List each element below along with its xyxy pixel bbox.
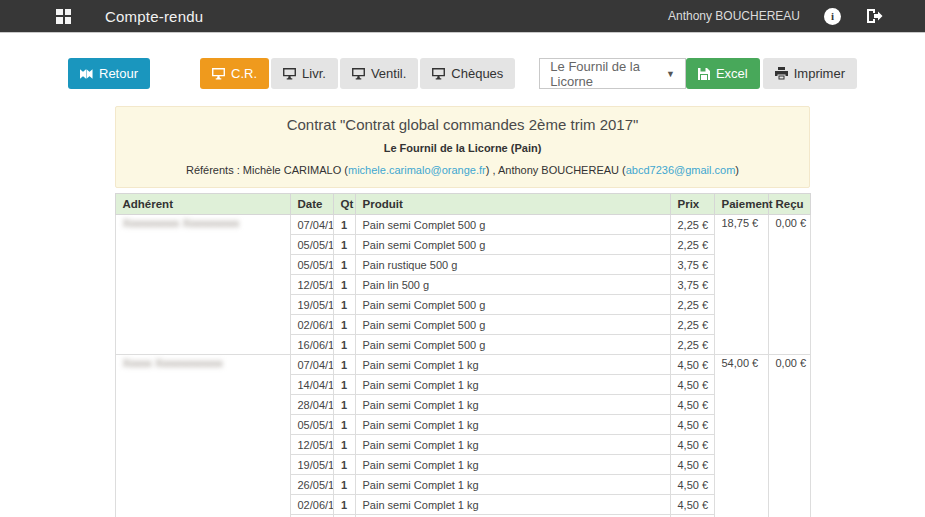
quantity-cell: 1	[333, 415, 355, 435]
price-cell: 2,25 €	[670, 315, 714, 335]
referent-email-link[interactable]: abcd7236@gmail.com	[626, 164, 736, 176]
price-cell: 4,50 €	[670, 355, 714, 375]
column-header: Paiement	[714, 194, 768, 215]
price-cell: 3,75 €	[670, 255, 714, 275]
column-header: Prix	[670, 194, 714, 215]
product-cell: Pain semi Complet 1 kg	[355, 395, 670, 415]
tab-ventilation[interactable]: Ventil.	[340, 58, 418, 89]
save-icon	[698, 68, 710, 80]
price-cell: 4,50 €	[670, 395, 714, 415]
product-cell: Pain semi Complet 1 kg	[355, 495, 670, 515]
referent-name: Michèle CARIMALO	[243, 164, 341, 176]
date-cell: 05/05/17	[290, 255, 333, 275]
product-cell: Pain semi Complet 1 kg	[355, 435, 670, 455]
referents-label: Référents :	[186, 164, 243, 176]
user-name[interactable]: Anthony BOUCHEREAU	[668, 9, 800, 23]
backward-icon	[80, 68, 93, 80]
supplier-select-value: Le Fournil de la Licorne	[550, 59, 666, 89]
logout-icon[interactable]	[866, 8, 883, 24]
price-cell: 3,75 €	[670, 275, 714, 295]
tab-cheques[interactable]: Chèques	[420, 58, 515, 89]
quantity-cell: 1	[333, 295, 355, 315]
quantity-cell: 1	[333, 255, 355, 275]
order-row: Xxxxxxxxxx Xxxxxxxxxx07/04/171Pain semi …	[115, 215, 810, 235]
column-header: Date	[290, 194, 333, 215]
date-cell: 02/06/17	[290, 495, 333, 515]
monitor-icon	[352, 68, 365, 80]
referent-name: Anthony BOUCHEREAU	[498, 164, 619, 176]
monitor-icon	[432, 68, 445, 80]
date-cell: 28/04/17	[290, 395, 333, 415]
excel-export-button[interactable]: Excel	[686, 58, 760, 89]
received-cell: 0,00 €	[768, 355, 810, 517]
topbar: Compte-rendu Anthony BOUCHEREAU i	[0, 0, 925, 33]
price-cell: 4,50 €	[670, 455, 714, 475]
quantity-cell: 1	[333, 275, 355, 295]
product-cell: Pain semi Complet 500 g	[355, 295, 670, 315]
product-cell: Pain lin 500 g	[355, 275, 670, 295]
tab-livraisons[interactable]: Livr.	[271, 58, 338, 89]
monitor-icon	[283, 68, 296, 80]
member-cell: Xxxxxxxxxx Xxxxxxxxxx	[115, 215, 290, 355]
quantity-cell: 1	[333, 235, 355, 255]
date-cell: 07/04/17	[290, 215, 333, 235]
order-row: Xxxxx Xxxxxxxxxxxx07/04/171Pain semi Com…	[115, 355, 810, 375]
monitor-icon	[212, 68, 225, 80]
member-name-redacted: Xxxxx Xxxxxxxxxxxx	[123, 357, 223, 369]
member-cell: Xxxxx Xxxxxxxxxxxx	[115, 355, 290, 517]
price-cell: 2,25 €	[670, 335, 714, 355]
quantity-cell: 1	[333, 395, 355, 415]
product-cell: Pain semi Complet 1 kg	[355, 375, 670, 395]
back-button[interactable]: Retour	[68, 58, 150, 89]
column-header: Adhérent	[115, 194, 290, 215]
price-cell: 4,50 €	[670, 495, 714, 515]
column-header: Produit	[355, 194, 670, 215]
payment-cell: 18,75 €	[714, 215, 768, 355]
quantity-cell: 1	[333, 475, 355, 495]
date-cell: 14/04/17	[290, 375, 333, 395]
price-cell: 2,25 €	[670, 295, 714, 315]
print-button[interactable]: Imprimer	[763, 58, 857, 89]
date-cell: 12/05/17	[290, 435, 333, 455]
quantity-cell: 1	[333, 435, 355, 455]
product-cell: Pain semi Complet 500 g	[355, 335, 670, 355]
orders-table: AdhérentDateQtProduitPrixPaiementReçu Xx…	[115, 193, 811, 517]
quantity-cell: 1	[333, 355, 355, 375]
date-cell: 05/05/17	[290, 235, 333, 255]
price-cell: 4,50 €	[670, 415, 714, 435]
page-title: Compte-rendu	[105, 8, 203, 25]
price-cell: 2,25 €	[670, 235, 714, 255]
received-cell: 0,00 €	[768, 215, 810, 355]
supplier-select[interactable]: Le Fournil de la Licorne ▼	[539, 58, 686, 89]
column-header: Reçu	[768, 194, 810, 215]
apps-grid-icon[interactable]	[56, 9, 71, 24]
column-header: Qt	[333, 194, 355, 215]
price-cell: 4,50 €	[670, 375, 714, 395]
info-icon[interactable]: i	[824, 8, 841, 25]
printer-icon	[775, 67, 788, 80]
product-cell: Pain semi Complet 1 kg	[355, 415, 670, 435]
chevron-down-icon: ▼	[666, 69, 675, 79]
referent-email-link[interactable]: michele.carimalo@orange.fr	[348, 164, 486, 176]
date-cell: 05/05/17	[290, 415, 333, 435]
date-cell: 12/05/17	[290, 275, 333, 295]
quantity-cell: 1	[333, 215, 355, 235]
contract-subtitle: Le Fournil de la Licorne (Pain)	[126, 142, 799, 154]
product-cell: Pain semi Complet 1 kg	[355, 475, 670, 495]
quantity-cell: 1	[333, 375, 355, 395]
contract-title: Contrat "Contrat global commandes 2ème t…	[126, 116, 799, 133]
product-cell: Pain semi Complet 1 kg	[355, 355, 670, 375]
table-header-row: AdhérentDateQtProduitPrixPaiementReçu	[115, 194, 810, 215]
tab-compte-rendu[interactable]: C.R.	[200, 58, 269, 89]
toolbar: Retour C.R. Livr. Ventil. Chèques Le Fou…	[68, 58, 857, 89]
date-cell: 19/05/17	[290, 455, 333, 475]
contract-summary-panel: Contrat "Contrat global commandes 2ème t…	[115, 106, 810, 188]
date-cell: 02/06/17	[290, 315, 333, 335]
quantity-cell: 1	[333, 335, 355, 355]
price-cell: 4,50 €	[670, 435, 714, 455]
product-cell: Pain semi Complet 500 g	[355, 315, 670, 335]
quantity-cell: 1	[333, 315, 355, 335]
view-switcher: C.R. Livr. Ventil. Chèques	[200, 58, 515, 89]
product-cell: Pain semi Complet 1 kg	[355, 455, 670, 475]
product-cell: Pain rustique 500 g	[355, 255, 670, 275]
